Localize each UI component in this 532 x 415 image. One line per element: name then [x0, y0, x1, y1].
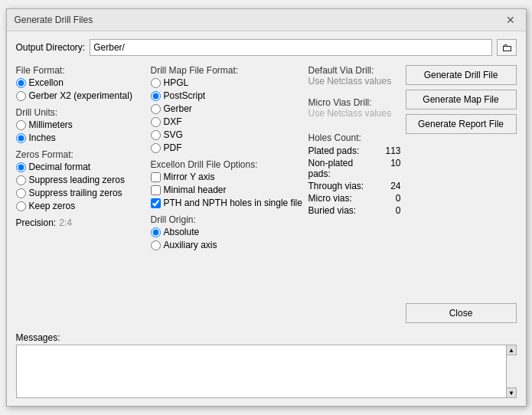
holes-plated-pads: Plated pads: 113	[308, 145, 401, 157]
zeros-suppress-trailing[interactable]: Suppress trailing zeros	[16, 188, 146, 198]
drill-units-mm[interactable]: Millimeters	[16, 119, 146, 130]
excellon-options-checkbox-group: Mirror Y axis Minimal header PTH and NPT…	[151, 172, 304, 208]
map-dxf[interactable]: DXF	[151, 116, 304, 127]
dialog-generate-drill-files: Generate Drill Files ✕ Output Directory:…	[6, 8, 527, 407]
drill-origin-label: Drill Origin:	[151, 214, 304, 225]
origin-absolute-label: Absolute	[164, 227, 200, 237]
folder-icon: 🗀	[501, 41, 512, 54]
precision-value: 2:4	[59, 217, 72, 228]
excellon-mirror-y[interactable]: Mirror Y axis	[151, 172, 304, 182]
messages-section: Messages: ▲ ▼	[16, 332, 517, 398]
dialog-body: Output Directory: 🗀 File Format: Excello…	[7, 31, 526, 406]
drill-units-radio-group: Millimeters Inches	[16, 119, 146, 143]
drill-map-format-section: Drill Map File Format: HPGL PostScript	[151, 65, 304, 153]
zeros-decimal-label: Decimal format	[29, 162, 91, 172]
messages-content	[16, 345, 506, 398]
map-hpgl-label: HPGL	[164, 77, 189, 88]
excellon-options-section: Excellon Drill File Options: Mirror Y ax…	[151, 159, 304, 208]
output-dir-label: Output Directory:	[16, 42, 86, 53]
holes-plated-pads-label: Plated pads:	[308, 145, 360, 156]
zeros-keep-label: Keep zeros	[29, 201, 76, 211]
generate-drill-file-button[interactable]: Generate Drill File	[406, 65, 517, 85]
col3: Default Via Drill: Use Netclass values M…	[308, 65, 401, 323]
holes-buried-vias: Buried vias: 0	[308, 204, 401, 217]
generate-map-file-button[interactable]: Generate Map File	[406, 90, 517, 109]
drill-units-label: Drill Units:	[16, 107, 146, 118]
excellon-mirror-y-label: Mirror Y axis	[164, 172, 215, 182]
zeros-keep[interactable]: Keep zeros	[16, 201, 146, 211]
excellon-minimal-header-label: Minimal header	[164, 185, 227, 195]
scroll-down-arrow[interactable]: ▼	[506, 387, 517, 398]
folder-browse-button[interactable]: 🗀	[497, 39, 517, 56]
zeros-format-section: Zeros Format: Decimal format Suppress le…	[16, 149, 146, 211]
col2: Drill Map File Format: HPGL PostScript	[151, 65, 304, 323]
zeros-decimal[interactable]: Decimal format	[16, 162, 146, 172]
messages-scrollbar: ▲ ▼	[506, 345, 517, 398]
excellon-options-label: Excellon Drill File Options:	[151, 159, 304, 170]
holes-non-plated-pads-label: Non-plated pads:	[308, 158, 378, 179]
titlebar: Generate Drill Files ✕	[7, 9, 526, 31]
drill-units-inches-label: Inches	[29, 132, 56, 143]
drill-map-format-radio-group: HPGL PostScript Gerber DXF	[151, 77, 304, 153]
map-pdf[interactable]: PDF	[151, 142, 304, 153]
holes-through-vias-label: Through vias:	[308, 181, 364, 191]
excellon-pth-npth-label: PTH and NPTH holes in single file	[164, 198, 302, 208]
messages-wrapper: ▲ ▼	[16, 345, 517, 398]
file-format-excellon[interactable]: Excellon	[16, 77, 146, 88]
generate-report-file-button[interactable]: Generate Report File	[406, 114, 517, 134]
holes-micro-vias: Micro vias: 0	[308, 192, 401, 204]
excellon-pth-npth[interactable]: PTH and NPTH holes in single file	[151, 198, 304, 208]
map-svg-label: SVG	[164, 129, 183, 140]
zeros-format-radio-group: Decimal format Suppress leading zeros Su…	[16, 162, 146, 211]
origin-auxiliary[interactable]: Auxiliary axis	[151, 240, 304, 250]
default-via-section: Default Via Drill: Use Netclass values	[308, 65, 401, 87]
holes-through-vias-value: 24	[378, 181, 401, 191]
excellon-minimal-header[interactable]: Minimal header	[151, 185, 304, 195]
holes-buried-vias-label: Buried vias:	[308, 205, 357, 216]
zeros-suppress-trailing-label: Suppress trailing zeros	[29, 188, 122, 198]
zeros-format-label: Zeros Format:	[16, 149, 146, 160]
file-format-label: File Format:	[16, 65, 146, 76]
origin-absolute[interactable]: Absolute	[151, 227, 304, 237]
close-icon[interactable]: ✕	[503, 14, 518, 26]
holes-buried-vias-value: 0	[378, 205, 401, 216]
holes-micro-vias-value: 0	[378, 193, 401, 204]
drill-units-mm-label: Millimeters	[29, 119, 73, 130]
map-hpgl[interactable]: HPGL	[151, 77, 304, 88]
col1: File Format: Excellon Gerber X2 (experim…	[16, 65, 146, 323]
scroll-up-arrow[interactable]: ▲	[506, 345, 517, 355]
drill-units-section: Drill Units: Millimeters Inches	[16, 107, 146, 143]
file-format-excellon-label: Excellon	[29, 77, 64, 88]
micro-via-label: Micro Vias Drill:	[308, 97, 401, 108]
default-via-value: Use Netclass values	[308, 76, 401, 87]
drill-map-format-label: Drill Map File Format:	[151, 65, 304, 76]
holes-count-section: Holes Count: Plated pads: 113 Non-plated…	[308, 132, 401, 217]
map-gerber-label: Gerber	[164, 103, 192, 114]
output-dir-input[interactable]	[90, 39, 491, 56]
file-format-radio-group: Excellon Gerber X2 (experimental)	[16, 77, 146, 101]
holes-non-plated-pads: Non-plated pads: 10	[308, 157, 401, 180]
zeros-suppress-leading-label: Suppress leading zeros	[29, 175, 125, 185]
holes-count-label: Holes Count:	[308, 132, 401, 143]
close-button[interactable]: Close	[406, 303, 517, 323]
dialog-title: Generate Drill Files	[15, 15, 93, 25]
scroll-track	[506, 355, 517, 387]
holes-micro-vias-label: Micro vias:	[308, 193, 352, 204]
map-svg[interactable]: SVG	[151, 129, 304, 140]
zeros-suppress-leading[interactable]: Suppress leading zeros	[16, 175, 146, 185]
output-dir-row: Output Directory: 🗀	[16, 39, 517, 56]
file-format-gerberx2[interactable]: Gerber X2 (experimental)	[16, 90, 146, 101]
map-postscript-label: PostScript	[164, 90, 206, 101]
drill-units-inches[interactable]: Inches	[16, 132, 146, 143]
default-via-label: Default Via Drill:	[308, 65, 401, 76]
map-postscript[interactable]: PostScript	[151, 90, 304, 101]
holes-through-vias: Through vias: 24	[308, 180, 401, 192]
holes-non-plated-pads-value: 10	[378, 158, 401, 179]
col4: Generate Drill File Generate Map File Ge…	[406, 65, 517, 323]
drill-origin-section: Drill Origin: Absolute Auxiliary axis	[151, 214, 304, 250]
map-gerber[interactable]: Gerber	[151, 103, 304, 114]
map-dxf-label: DXF	[164, 116, 182, 127]
micro-via-value: Use Netclass values	[308, 108, 401, 119]
micro-via-section: Micro Vias Drill: Use Netclass values	[308, 97, 401, 119]
messages-label: Messages:	[16, 332, 517, 343]
